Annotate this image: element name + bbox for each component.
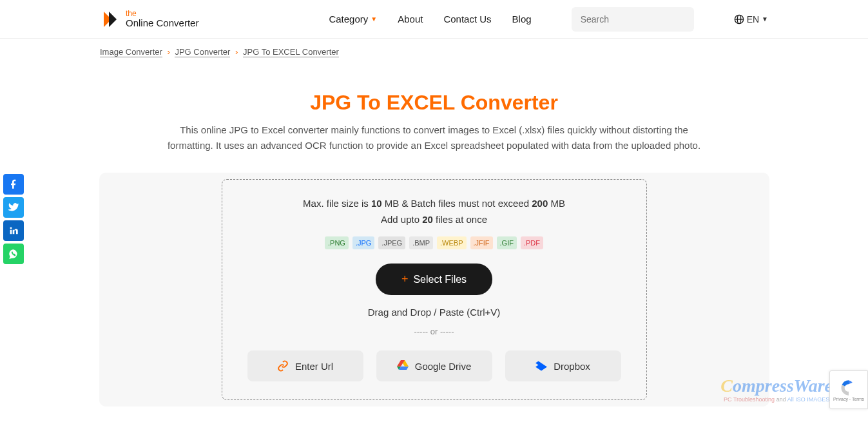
nav-blog[interactable]: Blog bbox=[512, 14, 532, 24]
breadcrumb: Image Converter › JPG Converter › JPG To… bbox=[0, 39, 868, 65]
or-divider: ----- or ----- bbox=[235, 327, 633, 336]
facebook-icon bbox=[8, 179, 19, 189]
file-count-limit: Add upto 20 files at once bbox=[235, 214, 633, 225]
format-badge: .PNG bbox=[325, 236, 349, 249]
file-limits: Max. file size is 10 MB & Batch files mu… bbox=[235, 198, 633, 209]
twitter-icon bbox=[8, 202, 19, 213]
globe-icon bbox=[734, 14, 744, 24]
logo[interactable]: the Online Converter bbox=[100, 9, 198, 30]
linkedin-icon bbox=[8, 225, 19, 236]
page-description: This online JPG to Excel converter mainl… bbox=[164, 122, 705, 153]
format-badge: .JPEG bbox=[378, 236, 405, 249]
drop-zone[interactable]: Max. file size is 10 MB & Batch files mu… bbox=[222, 179, 647, 400]
format-badge: .GIF bbox=[497, 236, 517, 249]
upload-card: Max. file size is 10 MB & Batch files mu… bbox=[99, 173, 769, 407]
whatsapp-link[interactable] bbox=[3, 244, 24, 264]
format-badge: .BMP bbox=[409, 236, 433, 249]
breadcrumb-link[interactable]: Image Converter bbox=[100, 47, 162, 57]
nav: Category▼ About Contact Us Blog EN ▼ bbox=[329, 7, 768, 32]
source-buttons: Enter Url Google Drive Dropbox bbox=[235, 350, 633, 381]
format-badge: .JFIF bbox=[470, 236, 493, 249]
search-input[interactable] bbox=[581, 14, 693, 24]
chevron-down-icon: ▼ bbox=[762, 15, 768, 23]
twitter-link[interactable] bbox=[3, 197, 24, 218]
social-sidebar bbox=[3, 174, 24, 264]
recaptcha-badge[interactable]: Privacy - Terms bbox=[829, 370, 868, 409]
main: JPG To EXCEL Converter This online JPG t… bbox=[99, 65, 769, 422]
dropbox-icon bbox=[535, 360, 547, 372]
header: the Online Converter Category▼ About Con… bbox=[0, 0, 868, 39]
logo-icon bbox=[100, 9, 121, 30]
chevron-right-icon: › bbox=[235, 47, 238, 57]
watermark: CompressWare PC Troubleshooting and All … bbox=[720, 376, 833, 403]
dropbox-button[interactable]: Dropbox bbox=[505, 350, 621, 381]
chevron-right-icon: › bbox=[167, 47, 169, 57]
dragdrop-hint: Drag and Drop / Paste (Ctrl+V) bbox=[235, 307, 633, 318]
search-box[interactable] bbox=[572, 7, 694, 32]
format-badge: .WEBP bbox=[437, 236, 466, 249]
linkedin-link[interactable] bbox=[3, 220, 24, 241]
enter-url-button[interactable]: Enter Url bbox=[247, 350, 363, 381]
link-icon bbox=[277, 360, 289, 372]
nav-about[interactable]: About bbox=[398, 14, 423, 24]
chevron-down-icon: ▼ bbox=[371, 15, 377, 23]
format-badge: .JPG bbox=[352, 236, 374, 249]
nav-contact[interactable]: Contact Us bbox=[443, 14, 491, 24]
google-drive-button[interactable]: Google Drive bbox=[376, 350, 492, 381]
plus-icon: + bbox=[401, 273, 409, 286]
page-title: JPG To EXCEL Converter bbox=[99, 91, 769, 115]
format-badge: .PDF bbox=[521, 236, 543, 249]
whatsapp-icon bbox=[8, 249, 19, 259]
facebook-link[interactable] bbox=[3, 174, 24, 195]
breadcrumb-link[interactable]: JPG Converter bbox=[175, 47, 230, 57]
language-selector[interactable]: EN ▼ bbox=[734, 14, 768, 24]
format-list: .PNG.JPG.JPEG.BMP.WEBP.JFIF.GIF.PDF bbox=[235, 236, 633, 249]
logo-text: the Online Converter bbox=[126, 10, 198, 29]
breadcrumb-current: JPG To EXCEL Converter bbox=[243, 47, 339, 57]
google-drive-icon bbox=[397, 360, 409, 372]
select-files-button[interactable]: + Select Files bbox=[376, 264, 492, 295]
recaptcha-icon bbox=[840, 379, 858, 397]
nav-category[interactable]: Category▼ bbox=[329, 14, 377, 24]
